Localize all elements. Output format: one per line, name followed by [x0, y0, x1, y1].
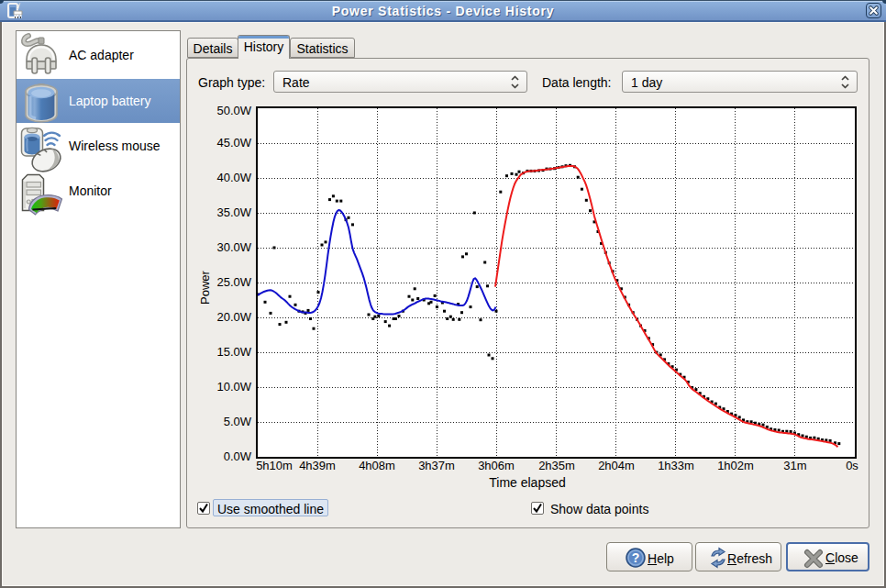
svg-text:?: ? [632, 550, 640, 565]
